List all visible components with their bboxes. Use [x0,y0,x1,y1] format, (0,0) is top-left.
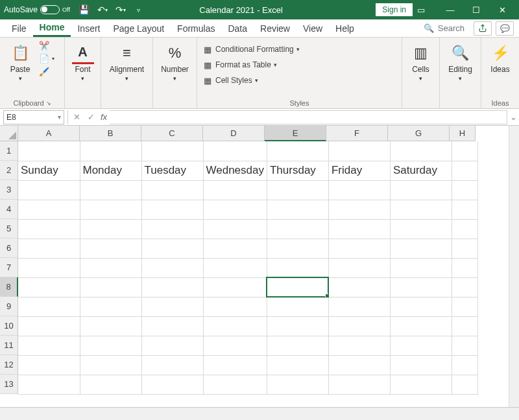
conditional-formatting-button[interactable]: ▦Conditional Formatting ▾ [202,44,300,54]
ribbon-display-options-icon[interactable]: ▭ [413,5,429,15]
cell[interactable] [80,277,141,297]
cell[interactable] [18,375,80,394]
cell[interactable] [203,200,267,219]
select-all-button[interactable] [0,126,18,141]
fx-icon[interactable]: fx [101,112,107,122]
cell[interactable] [267,258,328,277]
copy-button[interactable]: 📄▾ [39,53,54,64]
tab-view[interactable]: View [296,21,329,36]
column-header[interactable]: H [450,126,476,141]
cell[interactable] [328,258,390,277]
cell[interactable] [80,200,141,219]
cut-button[interactable]: ✂️ [39,40,54,51]
cell-styles-button[interactable]: ▦Cell Styles ▾ [202,75,300,86]
cell[interactable] [18,277,80,297]
formula-input[interactable] [110,110,507,124]
cell[interactable] [267,355,328,375]
tab-home[interactable]: Home [33,19,71,37]
tab-data[interactable]: Data [221,21,254,36]
cell[interactable]: Wednesday [203,161,267,180]
column-header[interactable]: E [265,126,326,141]
cell[interactable] [267,200,328,219]
cell[interactable] [267,297,328,316]
font-dropdown[interactable]: A Font▾ [68,40,98,84]
cell[interactable] [80,375,141,394]
cell[interactable] [80,258,141,277]
autosave-toggle[interactable]: AutoSave Off [4,5,70,14]
tab-file[interactable]: File [5,21,33,36]
cell[interactable] [328,297,390,316]
cell[interactable] [267,141,328,161]
cell[interactable] [141,277,203,297]
cell[interactable] [18,219,80,239]
dialog-launcher-icon[interactable]: ↘ [46,100,51,106]
cell[interactable]: Friday [328,161,390,180]
column-header[interactable]: D [203,126,265,141]
cell[interactable] [80,141,141,161]
cell[interactable] [328,355,390,375]
cell[interactable] [141,297,203,316]
cell[interactable] [390,141,452,161]
cell[interactable] [267,375,328,394]
ideas-button[interactable]: ⚡ Ideas [485,40,515,76]
format-as-table-button[interactable]: ▦Format as Table ▾ [202,60,300,70]
cell[interactable] [203,316,267,336]
cell[interactable] [267,277,328,297]
column-header[interactable]: C [141,126,203,141]
cell[interactable] [390,297,452,316]
paste-button[interactable]: 📋 Paste▾ [5,40,35,84]
cell[interactable] [328,316,390,336]
save-icon[interactable]: 💾 [78,3,91,16]
number-dropdown[interactable]: % Number▾ [157,40,193,84]
cell[interactable] [80,316,141,336]
row-header[interactable]: 7 [0,258,18,277]
cell[interactable]: Saturday [390,161,452,180]
cell[interactable] [390,355,452,375]
cell[interactable] [80,336,141,355]
cell[interactable] [390,258,452,277]
cell[interactable] [203,219,267,239]
cell[interactable] [328,336,390,355]
cell[interactable] [390,180,452,200]
cell[interactable] [203,297,267,316]
cell[interactable] [452,277,477,297]
tab-review[interactable]: Review [254,21,296,36]
cell[interactable] [328,200,390,219]
cell[interactable] [328,239,390,258]
row-header[interactable]: 11 [0,336,18,355]
cell[interactable] [18,200,80,219]
cells-dropdown[interactable]: ▥ Cells▾ [406,40,436,84]
tell-me-search[interactable]: 🔍 Search [424,23,465,33]
cell[interactable] [141,239,203,258]
cell[interactable] [141,200,203,219]
cell[interactable] [18,336,80,355]
cell[interactable] [18,180,80,200]
cell[interactable] [328,180,390,200]
comments-button[interactable]: 💬 [496,21,514,36]
cell[interactable] [452,180,477,200]
cell[interactable] [452,316,477,336]
cell[interactable] [267,316,328,336]
cell[interactable] [141,180,203,200]
cell[interactable] [18,297,80,316]
row-header[interactable]: 3 [0,180,18,200]
row-header[interactable]: 8 [0,277,18,297]
cell[interactable] [80,239,141,258]
cell[interactable] [390,316,452,336]
cell[interactable] [452,219,477,239]
column-header[interactable]: G [388,126,450,141]
tab-help[interactable]: Help [329,21,361,36]
cell[interactable] [452,258,477,277]
editing-dropdown[interactable]: 🔍 Editing▾ [444,40,476,84]
cell[interactable] [452,239,477,258]
cell[interactable] [452,141,477,161]
column-header[interactable]: A [18,126,80,141]
cell[interactable] [141,375,203,394]
cell[interactable]: Thursday [267,161,328,180]
tab-insert[interactable]: Insert [71,21,106,36]
redo-icon[interactable]: ↷▾ [114,3,127,16]
cell[interactable] [203,336,267,355]
cell[interactable] [452,297,477,316]
cell[interactable] [18,239,80,258]
row-header[interactable]: 6 [0,239,18,258]
